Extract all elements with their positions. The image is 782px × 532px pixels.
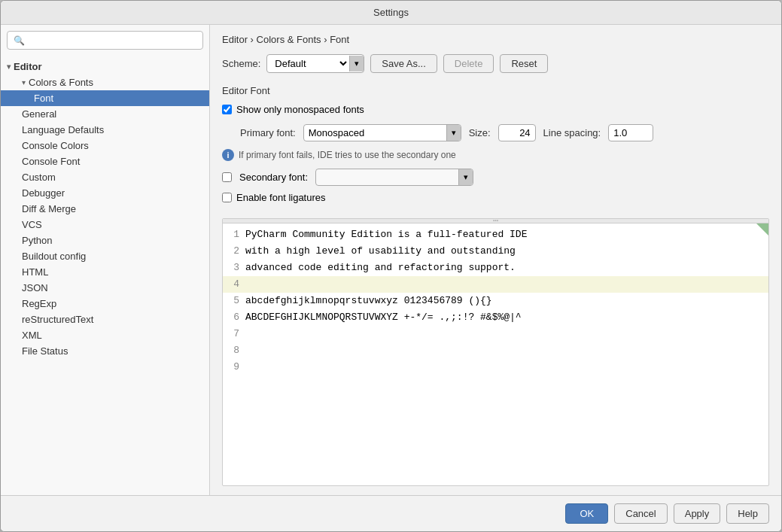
line-content: advanced code editing and refactoring su… (245, 260, 768, 276)
secondary-font-checkbox[interactable] (222, 172, 232, 182)
sidebar-item-python[interactable]: Python (1, 233, 209, 248)
sidebar-item-diff-merge[interactable]: Diff & Merge (1, 201, 209, 217)
settings-dialog: Settings 🔍 Editor Colors & Fonts Font (0, 0, 782, 532)
line-spacing-label: Line spacing: (543, 127, 601, 138)
sidebar-item-label: Debugger (22, 187, 65, 199)
save-as-button[interactable]: Save As... (370, 54, 437, 73)
sidebar-item-colors-fonts[interactable]: Colors & Fonts (1, 74, 209, 90)
secondary-font-select-wrap[interactable]: ▾ (315, 169, 473, 186)
sidebar-item-console-font[interactable]: Console Font (1, 154, 209, 169)
preview-lines: 1 PyCharm Community Edition is a full-fe… (223, 223, 768, 485)
editor-font-section-label: Editor Font (222, 85, 769, 96)
sidebar-tree: Editor Colors & Fonts Font General Langu… (1, 56, 209, 495)
preview-line-1: 1 PyCharm Community Edition is a full-fe… (223, 226, 768, 243)
sidebar-item-vcs[interactable]: VCS (1, 217, 209, 233)
sidebar-item-label: JSON (22, 282, 48, 293)
delete-button[interactable]: Delete (443, 54, 494, 73)
info-row: i If primary font fails, IDE tries to us… (222, 149, 769, 161)
sidebar-item-label: reStructuredText (22, 314, 93, 325)
font-controls-row: Primary font: ▾ Size: Line spacing: (240, 124, 769, 141)
sidebar-item-label: Colors & Fonts (29, 77, 93, 88)
info-text: If primary font fails, IDE tries to use … (239, 150, 456, 160)
preview-line-3: 3 advanced code editing and refactoring … (223, 260, 768, 276)
help-button[interactable]: Help (726, 503, 769, 524)
apply-button[interactable]: Apply (674, 503, 721, 524)
primary-font-select-wrap[interactable]: ▾ (303, 124, 461, 141)
sidebar-item-regexp[interactable]: RegExp (1, 296, 209, 312)
sidebar-item-buildout-config[interactable]: Buildout config (1, 248, 209, 264)
sidebar-item-label: Console Font (22, 156, 80, 167)
sidebar-item-label: Python (22, 235, 52, 246)
sidebar-item-debugger[interactable]: Debugger (1, 185, 209, 201)
sidebar-item-label: Diff & Merge (22, 203, 76, 214)
preview-line-8: 8 (223, 342, 768, 359)
primary-font-dropdown-arrow[interactable]: ▾ (446, 125, 461, 141)
sidebar-item-label: Buildout config (22, 251, 86, 262)
sidebar-item-label: Editor (14, 61, 42, 72)
breadcrumb-sep1: › (251, 34, 254, 45)
sidebar: 🔍 Editor Colors & Fonts Font General (1, 25, 210, 495)
line-content (245, 276, 768, 293)
dialog-body: 🔍 Editor Colors & Fonts Font General (1, 25, 781, 495)
size-label: Size: (469, 127, 491, 138)
sidebar-item-html[interactable]: HTML (1, 264, 209, 280)
search-icon: 🔍 (14, 35, 25, 46)
line-spacing-input[interactable] (608, 124, 653, 141)
scheme-select-wrap[interactable]: Default Darcula High contrast ▾ (266, 54, 364, 73)
line-content: PyCharm Community Edition is a full-feat… (245, 226, 768, 243)
scheme-dropdown-arrow[interactable]: ▾ (349, 56, 364, 71)
reset-button[interactable]: Reset (500, 54, 548, 73)
sidebar-item-label: Console Colors (22, 140, 89, 151)
preview-line-5: 5 abcdefghijklmnopqrstuvwxyz 0123456789 … (223, 293, 768, 309)
sidebar-item-label: RegExp (22, 298, 56, 309)
info-icon: i (222, 149, 234, 161)
breadcrumb-part3: Font (330, 34, 349, 45)
sidebar-item-file-status[interactable]: File Status (1, 343, 209, 359)
ok-button[interactable]: OK (565, 503, 608, 524)
search-box[interactable]: 🔍 (7, 31, 203, 50)
preview-line-9: 9 (223, 359, 768, 375)
sidebar-item-label: General (22, 108, 56, 120)
secondary-font-dropdown-arrow[interactable]: ▾ (458, 169, 473, 185)
enable-ligatures-label[interactable]: Enable font ligatures (236, 192, 326, 203)
dialog-title: Settings (373, 7, 409, 18)
line-number: 6 (223, 309, 245, 326)
sidebar-item-editor[interactable]: Editor (1, 59, 209, 74)
scheme-row: Scheme: Default Darcula High contrast ▾ … (222, 54, 769, 73)
line-number: 8 (223, 342, 245, 359)
secondary-font-row: Secondary font: ▾ (222, 169, 769, 186)
expand-icon (22, 78, 26, 87)
sidebar-item-restructuredtext[interactable]: reStructuredText (1, 312, 209, 327)
primary-font-input[interactable] (304, 125, 446, 141)
sidebar-item-label: XML (22, 330, 42, 341)
enable-ligatures-checkbox[interactable] (222, 193, 232, 202)
sidebar-item-language-defaults[interactable]: Language Defaults (1, 122, 209, 138)
search-input[interactable] (28, 35, 196, 46)
line-content (245, 359, 768, 375)
size-input[interactable] (498, 124, 536, 141)
line-number: 7 (223, 326, 245, 342)
show-monospaced-checkbox[interactable] (222, 105, 232, 114)
sidebar-item-json[interactable]: JSON (1, 280, 209, 296)
line-content (245, 326, 768, 342)
cancel-button[interactable]: Cancel (614, 503, 667, 524)
show-monospaced-row: Show only monospaced fonts (222, 104, 769, 115)
secondary-font-label[interactable]: Secondary font: (239, 172, 308, 183)
expand-icon (7, 62, 11, 71)
sidebar-item-console-colors[interactable]: Console Colors (1, 138, 209, 154)
preview-line-2: 2 with a high level of usability and out… (223, 243, 768, 260)
scheme-dropdown[interactable]: Default Darcula High contrast (267, 55, 349, 72)
sidebar-item-label: Language Defaults (22, 124, 104, 135)
breadcrumb-sep2: › (324, 34, 327, 45)
line-number: 9 (223, 359, 245, 375)
show-monospaced-label[interactable]: Show only monospaced fonts (236, 104, 364, 115)
line-content: abcdefghijklmnopqrstuvwxyz 0123456789 ()… (245, 293, 768, 309)
secondary-font-input[interactable] (316, 169, 458, 185)
sidebar-item-general[interactable]: General (1, 106, 209, 122)
sidebar-item-custom[interactable]: Custom (1, 169, 209, 185)
sidebar-item-xml[interactable]: XML (1, 327, 209, 343)
line-number: 4 (223, 276, 245, 293)
sidebar-item-label: Custom (22, 172, 56, 183)
breadcrumb-part2: Colors & Fonts (257, 34, 321, 45)
sidebar-item-font[interactable]: Font (1, 90, 209, 106)
